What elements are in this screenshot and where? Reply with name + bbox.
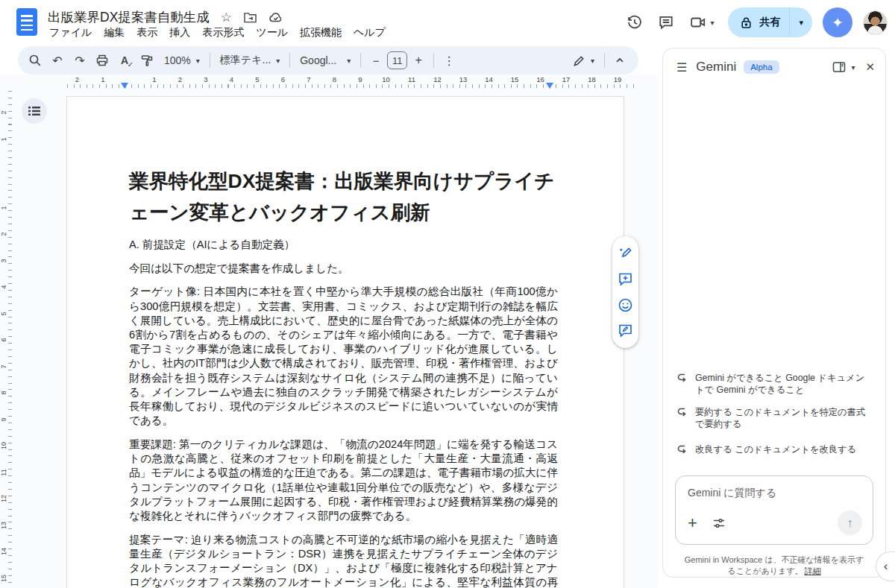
share-button-label: 共有: [759, 16, 780, 29]
open-in-side-panel-icon[interactable]: [832, 61, 846, 73]
document-page[interactable]: 業界特化型DX提案書：出版業界向けサプライチェーン変革とバックオフィス刷新 A.…: [67, 97, 624, 588]
document-paragraph[interactable]: A. 前提設定（AIによる自動定義）: [129, 238, 558, 252]
star-icon[interactable]: ☆: [221, 11, 232, 24]
suggestion-what-gemini-can-do[interactable]: Gemini ができること Google ドキュメントで Gemini ができる…: [676, 372, 872, 396]
more-options-kebab-icon[interactable]: ⋮: [438, 49, 460, 72]
font-family-select[interactable]: Googl... ▾: [294, 49, 357, 72]
menu-edit[interactable]: 編集: [98, 25, 131, 41]
font-family-value: Googl...: [300, 54, 336, 66]
h-ruler-number: 19: [614, 75, 622, 83]
editing-mode-select[interactable]: ▾: [567, 49, 600, 72]
v-ruler-number: 1: [0, 203, 7, 212]
add-comment-icon[interactable]: [618, 271, 633, 287]
gemini-prompt-input[interactable]: [688, 487, 862, 499]
menu-bar: ファイル 編集 表示 挿入 表示形式 ツール 拡張機能 ヘルプ: [43, 25, 392, 41]
share-button-main[interactable]: 共有: [728, 7, 789, 37]
send-prompt-button[interactable]: ↑: [838, 510, 862, 535]
move-folder-icon[interactable]: [243, 11, 257, 24]
prompt-arrow-icon: [676, 407, 687, 431]
font-size-input[interactable]: 11: [387, 51, 407, 69]
h-ruler-number: 10: [382, 75, 390, 83]
alpha-badge: Alpha: [744, 60, 779, 74]
h-ruler-number: 16: [536, 75, 544, 83]
menu-format[interactable]: 表示形式: [196, 25, 250, 41]
v-ruler-number: 4: [0, 282, 7, 291]
spellcheck-icon[interactable]: A✓: [113, 49, 136, 72]
google-docs-logo-icon[interactable]: [16, 8, 37, 36]
suggestion-label: 要約する このドキュメントを特定の書式で要約する: [695, 406, 872, 431]
menu-insert[interactable]: 挿入: [163, 25, 196, 41]
menu-help[interactable]: ヘルプ: [348, 25, 392, 41]
v-ruler-number: 11: [0, 468, 7, 477]
zoom-select[interactable]: 100% ▾: [158, 49, 206, 72]
help-me-write-icon[interactable]: [618, 246, 633, 262]
print-icon[interactable]: [91, 49, 113, 72]
prompt-arrow-icon: [676, 444, 687, 456]
toolbar-separator: [289, 53, 290, 68]
document-title[interactable]: 出版業界DX提案書自動生成: [48, 8, 210, 26]
close-panel-icon[interactable]: ✕: [865, 60, 875, 74]
h-ruler-number: 17: [562, 75, 571, 83]
suggestion-summarize[interactable]: 要約する このドキュメントを特定の書式で要約する: [676, 406, 872, 431]
v-ruler-number: 9: [0, 415, 7, 424]
document-paragraph[interactable]: 提案テーマ: 迫り来る物流コストの高騰と不可逆的な紙市場の縮小を見据えた「適時適…: [129, 533, 558, 588]
suggest-edits-icon[interactable]: [618, 323, 633, 338]
h-ruler-number: 8: [333, 75, 336, 83]
paragraph-style-select[interactable]: 標準テキ... ▾: [214, 49, 286, 72]
share-button[interactable]: 共有 ▾: [728, 7, 812, 37]
search-menus-icon[interactable]: [24, 49, 46, 72]
outline-list-icon: [28, 106, 40, 116]
v-ruler-number: 5: [0, 309, 7, 318]
menu-extensions[interactable]: 拡張機能: [294, 25, 348, 41]
document-heading[interactable]: 業界特化型DX提案書：出版業界向けサプライチェーン変革とバックオフィス刷新: [129, 165, 558, 228]
v-ruler-number: 6: [0, 335, 7, 344]
v-ruler-number: 1: [0, 135, 7, 144]
vertical-ruler[interactable]: 12123456789101112131415: [0, 91, 13, 588]
panel-menu-hamburger-icon[interactable]: ☰: [676, 60, 687, 75]
menu-view[interactable]: 表示: [131, 25, 163, 41]
version-history-icon[interactable]: [619, 7, 650, 37]
emoji-reaction-icon[interactable]: [618, 297, 633, 313]
h-ruler-number: 2: [178, 75, 182, 83]
toolbar-separator: [360, 53, 361, 68]
document-paragraph[interactable]: 今回は以下の想定で提案書を作成しました。: [129, 262, 558, 276]
gemini-spark-button[interactable]: ✦: [823, 7, 852, 37]
document-paragraph[interactable]: ターゲット像: 日本国内に本社を置く中堅から準大手規模の総合出版社（年商100億…: [129, 285, 558, 428]
h-ruler-number: 4: [230, 75, 233, 83]
meet-video-call-icon[interactable]: ▾: [682, 7, 722, 37]
cloud-status-icon[interactable]: [268, 11, 283, 23]
paint-format-icon[interactable]: [136, 49, 158, 72]
h-ruler-number: 9: [358, 75, 362, 83]
document-outline-button[interactable]: [22, 98, 47, 124]
horizontal-ruler[interactable]: 1212345678910111213141516171819: [0, 75, 656, 91]
pencil-icon: [573, 54, 585, 67]
h-ruler-number: 5: [255, 75, 259, 83]
undo-icon[interactable]: ↶: [46, 49, 69, 72]
hide-menus-chevron-up-icon[interactable]: [609, 49, 631, 72]
menu-file[interactable]: ファイル: [43, 25, 98, 41]
disclaimer-details-link[interactable]: 詳細: [805, 566, 821, 575]
gemini-prompt-card[interactable]: + ↑: [675, 475, 873, 545]
font-caret-icon: ▾: [347, 57, 351, 65]
attach-plus-icon[interactable]: +: [688, 513, 697, 533]
suggestion-improve[interactable]: 改良する このドキュメントを改良する: [676, 443, 872, 456]
panel-caret-icon[interactable]: ▾: [851, 63, 855, 72]
left-indent-marker[interactable]: [121, 83, 128, 89]
sparkle-icon: ✦: [832, 14, 844, 31]
meet-caret-icon[interactable]: ▾: [710, 19, 714, 27]
comments-icon[interactable]: [650, 7, 682, 37]
editor-toolbar: ↶ ↷ A✓ 100% ▾ 標準テキ... ▾ Googl... ▾ − 11 …: [18, 46, 638, 75]
share-caret-icon[interactable]: ▾: [790, 18, 812, 28]
user-avatar[interactable]: [863, 10, 888, 35]
tune-options-icon[interactable]: [712, 517, 726, 529]
floating-action-rail: [612, 236, 638, 348]
decrease-font-size-button[interactable]: −: [365, 49, 387, 72]
redo-icon[interactable]: ↷: [69, 49, 91, 72]
zoom-value: 100%: [164, 54, 191, 66]
menu-tools[interactable]: ツール: [250, 25, 294, 41]
h-ruler-number: 7: [307, 75, 310, 83]
increase-font-size-button[interactable]: +: [407, 49, 430, 72]
document-paragraph[interactable]: 重要課題: 第一のクリティカルな課題は、「物流の2024年問題」に端を発する輸送…: [129, 437, 558, 523]
right-indent-marker[interactable]: [546, 83, 553, 89]
v-ruler-number: 3: [0, 256, 7, 265]
